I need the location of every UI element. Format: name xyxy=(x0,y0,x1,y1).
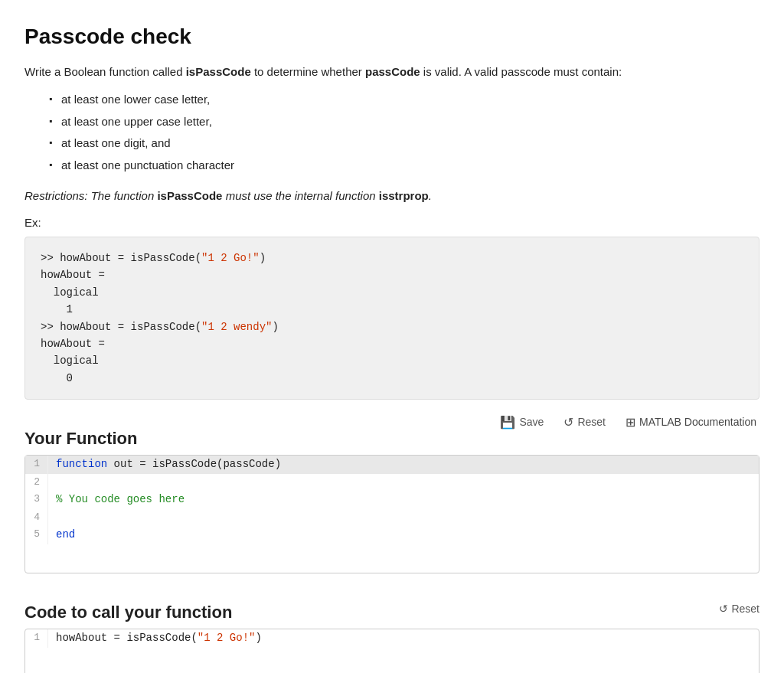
call-editor-line-1: 1 howAbout = isPassCode("1 2 Go!") xyxy=(25,629,759,648)
save-icon: 💾 xyxy=(500,415,515,430)
example-code-block: >> howAbout = isPassCode("1 2 Go!") howA… xyxy=(24,237,760,400)
editor-line-1: 1 function out = isPassCode(passCode) xyxy=(25,456,759,474)
restrictions-text: Restrictions: The function isPassCode mu… xyxy=(24,187,760,205)
reset-icon: ↺ xyxy=(564,415,573,430)
call-editor[interactable]: 1 howAbout = isPassCode("1 2 Go!") xyxy=(24,629,760,673)
requirements-list: at least one lower case letter, at least… xyxy=(49,89,760,176)
editor-line-3: 3 % You code goes here xyxy=(25,491,759,509)
code-to-call-header: Code to call your function ↺ Reset xyxy=(24,595,760,622)
list-item: at least one upper case letter, xyxy=(49,111,760,133)
your-function-title: Your Function xyxy=(24,429,137,449)
code-to-call-section: Code to call your function ↺ Reset 1 how… xyxy=(24,595,760,673)
editor-line-5: 5 end xyxy=(25,526,759,544)
description-text: Write a Boolean function called isPassCo… xyxy=(24,63,760,81)
code-reset-button[interactable]: ↺ Reset xyxy=(719,603,760,615)
page-title: Passcode check xyxy=(24,25,760,49)
editor-line-2: 2 xyxy=(25,474,759,491)
code-reset-icon: ↺ xyxy=(719,603,728,615)
call-editor-spacer xyxy=(25,648,759,657)
ex-label: Ex: xyxy=(24,216,760,229)
save-button[interactable]: 💾 Save xyxy=(497,413,547,431)
reset-button[interactable]: ↺ Reset xyxy=(560,413,609,431)
list-item: at least one punctuation character xyxy=(49,155,760,177)
matlab-docs-button[interactable]: ⊞ MATLAB Documentation xyxy=(622,413,760,431)
your-function-header: Your Function 💾 Save ↺ Reset ⊞ MATLAB Do… xyxy=(24,421,760,449)
code-to-call-title: Code to call your function xyxy=(24,603,232,622)
editor-line-4: 4 xyxy=(25,509,759,526)
list-item: at least one lower case letter, xyxy=(49,89,760,111)
list-item: at least one digit, and xyxy=(49,132,760,155)
function-editor[interactable]: 1 function out = isPassCode(passCode) 2 … xyxy=(24,455,760,573)
editor-line-empty xyxy=(25,544,759,554)
editor-toolbar: 💾 Save ↺ Reset ⊞ MATLAB Documentation xyxy=(497,413,760,431)
matlab-icon: ⊞ xyxy=(626,415,635,430)
